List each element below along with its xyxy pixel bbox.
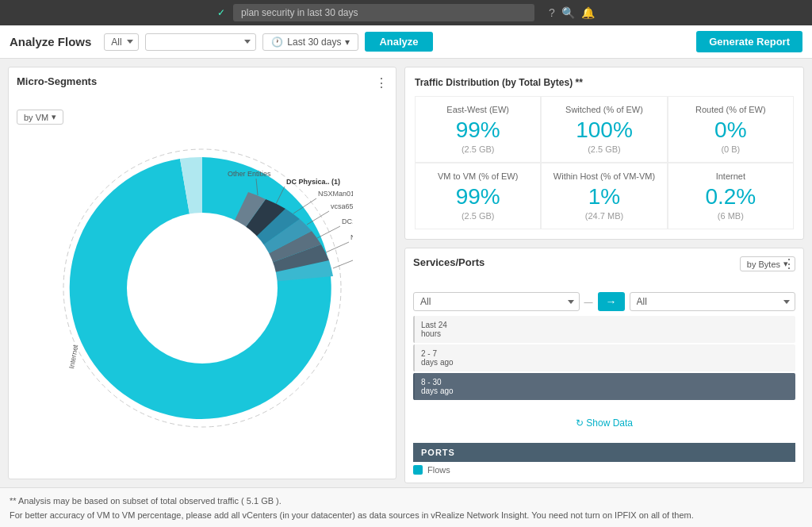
traffic-grid: East-West (EW) 99% (2.5 GB) Switched (% … — [415, 96, 794, 229]
search-icon[interactable]: 🔍 — [561, 6, 575, 19]
traffic-label-ew: East-West (EW) — [423, 105, 532, 114]
svg-point-1 — [127, 213, 278, 364]
svg-text:Nsx.Commo.. (1): Nsx.Commo.. (1) — [350, 233, 353, 241]
traffic-cell-internet: Internet 0.2% (6 MB) — [668, 163, 794, 229]
micro-segments-menu-icon[interactable]: ⋮ — [375, 75, 388, 90]
svg-text:NSXMan01 (1): NSXMan01 (1) — [318, 190, 353, 198]
top-bar-icons: ? 🔍 🔔 — [549, 6, 595, 19]
donut-chart-container: Win-12V1 (1) Nsx.Commo.. (1) DC1 (1) vcs… — [17, 129, 388, 447]
all-select[interactable]: All — [104, 33, 139, 51]
traffic-sub-ew: (2.5 GB) — [423, 144, 532, 154]
traffic-sub-internet: (6 MB) — [676, 211, 785, 221]
time-row-2-7[interactable]: 2 - 7 days ago — [413, 344, 795, 371]
svg-text:DC Physica.. (1): DC Physica.. (1) — [286, 178, 340, 186]
search-input[interactable] — [233, 4, 534, 21]
traffic-value-withinhost: 1% — [550, 186, 658, 208]
toolbar: Analyze Flows All 🕐 Last 30 days ▾ Analy… — [0, 25, 812, 59]
traffic-panel: Traffic Distribution (by Total Bytes) **… — [404, 67, 804, 240]
traffic-value-switched: 100% — [550, 119, 658, 141]
filter-select[interactable] — [145, 33, 256, 51]
bottom-line-1: ** Analysis may be based on subset of to… — [10, 494, 802, 509]
show-data-button[interactable]: ↻ Show Data — [413, 403, 795, 443]
traffic-value-vmtovm: 99% — [423, 186, 532, 208]
traffic-title: Traffic Distribution (by Total Bytes) ** — [415, 77, 794, 88]
filter-separator: — — [584, 297, 593, 306]
services-filters: All — → All — [413, 292, 795, 311]
check-icon: ✓ — [217, 7, 225, 18]
date-range-label: Last 30 days — [287, 37, 341, 48]
main-content: Micro-Segments ⋮ by VM ▾ — [0, 59, 812, 487]
generate-report-button[interactable]: Generate Report — [696, 31, 802, 52]
time-row-8-30[interactable]: 8 - 30 days ago — [413, 373, 795, 400]
traffic-cell-ew: East-West (EW) 99% (2.5 GB) — [415, 96, 541, 163]
traffic-label-internet: Internet — [676, 171, 785, 181]
services-title: Services/Ports — [413, 256, 485, 268]
by-vm-chevron: ▾ — [52, 112, 56, 122]
traffic-label-switched: Switched (% of EW) — [550, 105, 658, 114]
search-wrap — [233, 4, 534, 21]
services-menu-icon[interactable]: ⋮ — [783, 256, 795, 271]
ports-bar: PORTS — [413, 443, 795, 462]
svg-text:Others (98): Others (98) — [155, 304, 201, 314]
micro-segments-panel: Micro-Segments ⋮ by VM ▾ — [8, 67, 396, 479]
svg-text:DC1 (1): DC1 (1) — [342, 217, 353, 225]
traffic-value-routed: 0% — [676, 119, 785, 141]
services-filter-right[interactable]: All — [630, 292, 796, 311]
services-time-grid: Last 24 hours 2 - 7 days ago 8 - 30 days… — [413, 316, 795, 400]
by-vm-label: by VM — [24, 113, 48, 122]
by-vm-button[interactable]: by VM ▾ — [17, 110, 63, 125]
traffic-sub-vmtovm: (2.5 GB) — [423, 211, 532, 221]
traffic-cell-vmtovm: VM to VM (% of EW) 99% (2.5 GB) — [415, 163, 541, 229]
svg-line-2 — [333, 260, 353, 268]
micro-segments-title: Micro-Segments — [17, 75, 97, 87]
traffic-value-ew: 99% — [423, 119, 532, 141]
clock-icon: 🕐 — [271, 37, 283, 48]
svg-text:Internet: Internet — [67, 344, 79, 369]
services-panel: Services/Ports ⋮ by Bytes ▾ All — → All … — [404, 248, 804, 483]
flows-legend-dot — [413, 465, 423, 475]
right-panel: Traffic Distribution (by Total Bytes) **… — [404, 67, 804, 479]
traffic-cell-switched: Switched (% of EW) 100% (2.5 GB) — [541, 96, 667, 163]
bottom-line-2: For better accuracy of VM to VM percenta… — [10, 509, 802, 523]
analyze-button[interactable]: Analyze — [365, 32, 432, 52]
flows-legend-label: Flows — [427, 465, 450, 475]
filter-arrow-button[interactable]: → — [598, 292, 625, 311]
time-row-24h[interactable]: Last 24 hours — [413, 316, 795, 343]
flows-legend: Flows — [413, 465, 795, 475]
donut-chart: Win-12V1 (1) Nsx.Commo.. (1) DC1 (1) vcs… — [52, 137, 353, 439]
traffic-cell-withinhost: Within Host (% of VM-VM) 1% (24.7 MB) — [541, 163, 667, 229]
bell-icon[interactable]: 🔔 — [581, 6, 595, 19]
svg-text:Other Entities: Other Entities — [228, 170, 271, 178]
traffic-sub-switched: (2.5 GB) — [550, 144, 658, 154]
page-title: Analyze Flows — [10, 35, 91, 48]
chevron-down-icon: ▾ — [345, 37, 350, 48]
date-range-button[interactable]: 🕐 Last 30 days ▾ — [262, 33, 358, 51]
svg-line-6 — [317, 226, 340, 238]
svg-text:vcsa65 (1): vcsa65 (1) — [331, 202, 353, 210]
top-bar: ✓ ? 🔍 🔔 — [0, 0, 812, 25]
traffic-label-routed: Routed (% of EW) — [676, 105, 785, 114]
traffic-label-withinhost: Within Host (% of VM-VM) — [550, 171, 658, 181]
traffic-value-internet: 0.2% — [676, 186, 785, 208]
traffic-sub-withinhost: (24.7 MB) — [550, 211, 658, 221]
svg-line-4 — [326, 242, 349, 252]
by-bytes-label: by Bytes — [747, 260, 780, 269]
traffic-sub-routed: (0 B) — [676, 144, 785, 154]
bottom-bar: ** Analysis may be based on subset of to… — [0, 487, 812, 527]
help-icon[interactable]: ? — [549, 6, 555, 19]
traffic-label-vmtovm: VM to VM (% of EW) — [423, 171, 532, 181]
services-filter-left[interactable]: All — [413, 292, 580, 311]
traffic-cell-routed: Routed (% of EW) 0% (0 B) — [668, 96, 794, 163]
